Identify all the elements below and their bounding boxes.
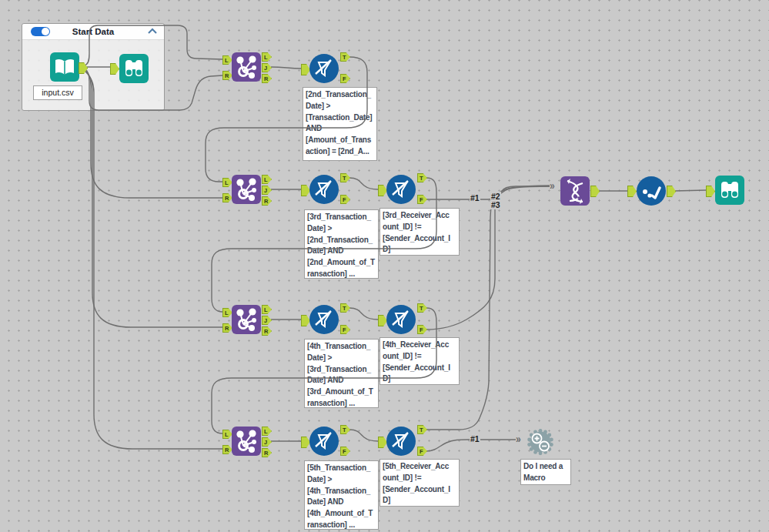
wire-input-join4-right: [85, 71, 222, 449]
filter-icon: [309, 305, 339, 334]
binoculars-icon: [119, 54, 149, 83]
wire-filter3b-false-union: [426, 186, 550, 330]
union-multi-input-anchor[interactable]: »: [550, 181, 555, 191]
join-tool-4[interactable]: [232, 427, 261, 456]
filter-icon: [309, 175, 339, 204]
filter-icon: [309, 427, 339, 456]
filter-icon: [386, 427, 416, 456]
macro-gear-icon: [523, 425, 557, 459]
join-icon: [232, 305, 261, 334]
union-tool[interactable]: [560, 176, 590, 206]
browse-tool-2[interactable]: [715, 176, 744, 205]
binoculars-icon: [715, 176, 744, 205]
filter-tool-4b[interactable]: [386, 427, 416, 456]
filter-tool-4a[interactable]: [309, 427, 339, 456]
browse-tool-1[interactable]: [119, 54, 149, 83]
unique-check-icon: [637, 176, 666, 206]
wire-filter3a-filter3b: [349, 308, 378, 320]
wire-unique-browse2: [674, 190, 707, 191]
input-data-tool[interactable]: [50, 52, 79, 82]
filter-tool-1[interactable]: [309, 54, 339, 83]
union-connection-label-3: #3: [490, 200, 501, 209]
join-icon: [232, 52, 261, 82]
wire-input-join3-right: [85, 70, 222, 327]
filter-tool-2b[interactable]: [386, 175, 416, 204]
join-tool-1[interactable]: [232, 52, 261, 82]
join-tool-2[interactable]: [232, 175, 261, 204]
union-connection-label-1: #1: [470, 193, 480, 202]
unique-tool[interactable]: [637, 176, 666, 206]
wire-filter4a-filter4b: [349, 430, 378, 441]
filter-tool-3b[interactable]: [386, 305, 416, 334]
book-icon: [50, 52, 79, 82]
join-icon: [232, 427, 261, 456]
macro-connection-label-1: #1: [470, 434, 480, 443]
connection-wires: [0, 0, 769, 532]
wire-filter2a-filter2b: [349, 178, 378, 189]
join-icon: [232, 175, 261, 204]
wire-filter2b-false-union: [426, 186, 550, 199]
join-tool-3[interactable]: [232, 305, 261, 334]
wire-input-join1-right: [85, 69, 222, 110]
wire-input-join2-right: [85, 69, 222, 198]
union-helix-icon: [560, 176, 590, 206]
filter-icon: [309, 54, 339, 83]
wire-join1-filter1: [271, 67, 301, 69]
workflow-canvas: Start Data [2nd_Transaction_ Date] > [Tr…: [0, 0, 769, 532]
wire-filter4b-true-union: [426, 186, 550, 430]
macro-multi-input-anchor[interactable]: »: [516, 434, 521, 444]
filter-tool-2a[interactable]: [309, 175, 339, 204]
wire-input-join1-left: [85, 25, 222, 65]
input-file-label[interactable]: input.csv: [33, 85, 82, 100]
filter-icon: [386, 305, 416, 334]
filter-tool-3a[interactable]: [309, 305, 339, 334]
filter-icon: [386, 175, 416, 204]
macro-tool[interactable]: [523, 425, 557, 459]
